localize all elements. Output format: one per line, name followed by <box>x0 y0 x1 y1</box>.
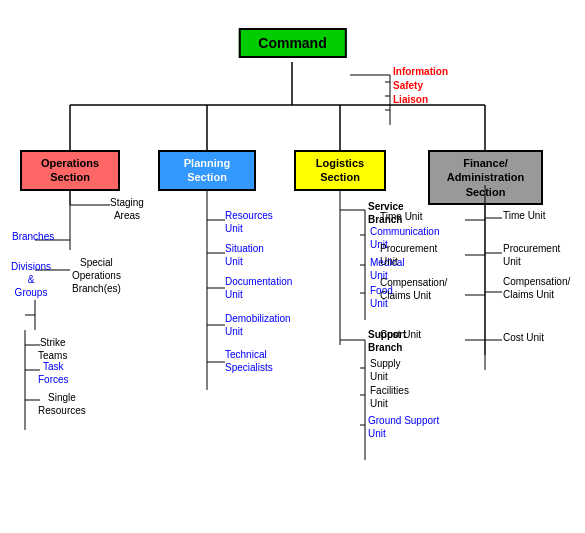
logistics-section-box: LogisticsSection <box>294 150 386 191</box>
planning-section-box: PlanningSection <box>158 150 256 191</box>
cost-unit-label: Cost Unit <box>380 328 421 341</box>
cost-unit-finance: Cost Unit <box>503 332 544 343</box>
supply-unit-label: SupplyUnit <box>370 357 401 383</box>
command-box: Command <box>238 28 346 58</box>
special-ops-label: SpecialOperationsBranch(es) <box>72 256 121 295</box>
procurement-unit-label: ProcurementUnit <box>380 242 437 268</box>
resources-unit-label: ResourcesUnit <box>225 209 273 235</box>
finance-section-box: Finance/AdministrationSection <box>428 150 543 205</box>
documentation-unit-label: DocumentationUnit <box>225 275 292 301</box>
staging-areas-label: StagingAreas <box>110 196 144 222</box>
technical-specialists-label: TechnicalSpecialists <box>225 348 273 374</box>
divisions-label: Divisions&Groups <box>11 260 51 299</box>
strike-teams-label: StrikeTeams <box>38 336 67 362</box>
branches-label: Branches <box>12 231 54 242</box>
ground-support-unit-label: Ground SupportUnit <box>368 414 439 440</box>
facilities-unit-label: FacilitiesUnit <box>370 384 409 410</box>
time-unit-finance: Time Unit <box>503 210 545 221</box>
info-safety-liaison: InformationSafetyLiaison <box>393 65 448 107</box>
time-unit-label: Time Unit <box>380 210 422 223</box>
compensation-finance: Compensation/Claims Unit <box>503 275 570 301</box>
situation-unit-label: SituationUnit <box>225 242 264 268</box>
operations-section-box: OperationsSection <box>20 150 120 191</box>
task-forces-label: TaskForces <box>38 360 69 386</box>
compensation-claims-label: Compensation/Claims Unit <box>380 276 447 302</box>
procurement-unit-finance: ProcurementUnit <box>503 242 560 268</box>
demobilization-unit-label: DemobilizationUnit <box>225 312 291 338</box>
single-resources-label: SingleResources <box>38 391 86 417</box>
